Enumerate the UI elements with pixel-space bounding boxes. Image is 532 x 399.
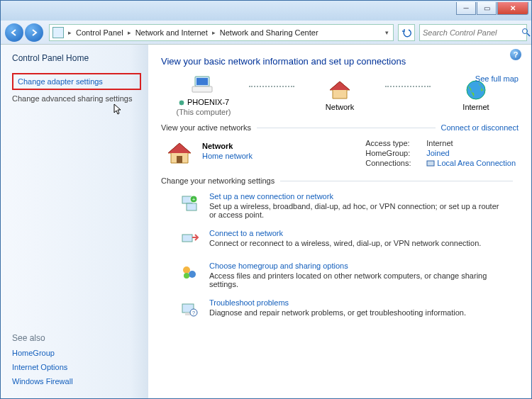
main-panel: ? View your basic network information an… — [148, 45, 531, 398]
svg-point-15 — [189, 271, 196, 278]
network-home-icon — [164, 139, 195, 167]
homegroup-sharing-link[interactable]: Choose homegroup and sharing options — [209, 262, 507, 270]
network-type-link[interactable]: Home network — [202, 152, 253, 160]
setup-connection-item: + Set up a new connection or networkSet … — [178, 192, 519, 219]
node-label: Network — [326, 103, 354, 111]
this-computer-node[interactable]: PHOENIX-7 (This computer) — [161, 74, 246, 116]
network-details: Access type:Internet HomeGroup:Joined Co… — [365, 139, 516, 169]
node-sublabel: (This computer) — [176, 108, 231, 116]
change-adapter-settings-link[interactable]: Change adapter settings — [12, 73, 141, 90]
sidebar: Control Panel Home Change adapter settin… — [1, 45, 148, 398]
control-panel-home-link[interactable]: Control Panel Home — [12, 53, 141, 63]
node-label: Internet — [462, 103, 489, 111]
connection-link[interactable]: Local Area Connection — [426, 159, 516, 168]
search-icon[interactable] — [521, 28, 531, 37]
troubleshoot-icon: ? — [178, 298, 201, 321]
navigation-bar: ▸ Control Panel ▸ Network and Internet ▸… — [1, 21, 531, 45]
close-button[interactable]: ✕ — [497, 2, 528, 15]
address-bar[interactable]: ▸ Control Panel ▸ Network and Internet ▸… — [49, 24, 394, 41]
breadcrumb-seg[interactable]: Control Panel — [73, 28, 126, 37]
chevron-right-icon: ▸ — [211, 29, 217, 36]
svg-point-16 — [184, 273, 189, 279]
connect-network-item: Connect to a networkConnect or reconnect… — [178, 229, 519, 252]
see-full-map-link[interactable]: See full map — [475, 74, 519, 83]
svg-rect-3 — [196, 78, 208, 85]
access-type-label: Access type: — [365, 139, 421, 147]
back-button[interactable] — [5, 23, 23, 42]
svg-rect-4 — [192, 86, 212, 92]
network-center-icon — [52, 27, 64, 38]
item-desc: Connect or reconnect to a wireless, wire… — [209, 239, 481, 247]
page-heading: View your basic network information and … — [161, 56, 519, 67]
homegroup-link[interactable]: HomeGroup — [12, 349, 141, 357]
svg-rect-8 — [427, 161, 434, 166]
troubleshoot-link[interactable]: Troubleshoot problems — [209, 298, 466, 307]
help-icon[interactable]: ? — [510, 49, 521, 60]
chevron-right-icon: ▸ — [67, 29, 73, 36]
map-connector — [385, 86, 431, 87]
search-box[interactable] — [419, 24, 527, 41]
connect-disconnect-link[interactable]: Connect or disconnect — [441, 123, 519, 132]
svg-rect-7 — [177, 156, 182, 163]
active-networks-heading: View your active networks — [161, 123, 251, 132]
chevron-down-icon[interactable]: ▾ — [384, 29, 390, 36]
internet-options-link[interactable]: Internet Options — [12, 363, 141, 371]
maximize-button[interactable]: ▭ — [477, 2, 497, 15]
search-input[interactable] — [423, 28, 521, 37]
node-name: PHOENIX-7 — [178, 98, 229, 106]
troubleshoot-item: ? Troubleshoot problemsDiagnose and repa… — [178, 298, 519, 321]
refresh-button[interactable] — [398, 24, 415, 41]
network-node[interactable]: Network — [297, 79, 382, 111]
settings-heading: Change your networking settings — [161, 176, 275, 185]
node-label: PHOENIX-7 — [178, 98, 229, 106]
minimize-button[interactable]: ─ — [456, 2, 476, 15]
map-connector — [249, 86, 294, 87]
setup-connection-link[interactable]: Set up a new connection or network — [209, 192, 507, 201]
mouse-cursor-icon — [113, 103, 123, 115]
divider — [280, 181, 513, 181]
homegroup-link[interactable]: Joined — [426, 149, 449, 157]
house-icon — [327, 79, 353, 101]
see-also-heading: See also — [12, 333, 141, 343]
svg-rect-13 — [182, 235, 192, 242]
computer-icon — [189, 74, 218, 96]
connect-network-link[interactable]: Connect to a network — [209, 229, 481, 237]
svg-rect-10 — [187, 203, 196, 210]
svg-point-5 — [179, 100, 184, 106]
svg-text:?: ? — [192, 310, 195, 315]
item-desc: Set up a wireless, broadband, dial-up, a… — [209, 202, 507, 219]
network-name: Network — [202, 142, 253, 150]
breadcrumb-seg[interactable]: Network and Sharing Center — [217, 28, 321, 37]
svg-text:+: + — [192, 196, 196, 203]
svg-point-14 — [183, 266, 190, 274]
internet-node[interactable]: Internet — [433, 79, 519, 111]
windows-firewall-link[interactable]: Windows Firewall — [12, 377, 141, 386]
access-type-value: Internet — [426, 139, 453, 147]
homegroup-sharing-item: Choose homegroup and sharing optionsAcce… — [178, 262, 519, 288]
window-titlebar: ─ ▭ ✕ — [1, 1, 531, 21]
homegroup-label: HomeGroup: — [365, 149, 421, 157]
item-desc: Access files and printers located on oth… — [209, 271, 507, 288]
setup-connection-icon: + — [178, 192, 201, 215]
svg-line-1 — [527, 33, 530, 36]
divider — [257, 128, 436, 128]
connections-label: Connections: — [365, 159, 421, 168]
settings-list: + Set up a new connection or networkSet … — [161, 192, 519, 321]
network-map: PHOENIX-7 (This computer) Network Intern… — [161, 74, 519, 116]
connect-network-icon — [178, 229, 201, 252]
breadcrumb-seg[interactable]: Network and Internet — [133, 28, 211, 37]
homegroup-icon — [178, 262, 201, 284]
forward-button[interactable] — [25, 23, 43, 42]
svg-point-0 — [523, 29, 528, 34]
change-advanced-sharing-link[interactable]: Change advanced sharing settings — [12, 94, 141, 103]
chevron-right-icon: ▸ — [126, 29, 133, 36]
item-desc: Diagnose and repair network problems, or… — [209, 308, 466, 317]
link-text: Change advanced sharing settings — [12, 94, 132, 103]
active-network-block: Network Home network Access type:Interne… — [164, 139, 516, 169]
